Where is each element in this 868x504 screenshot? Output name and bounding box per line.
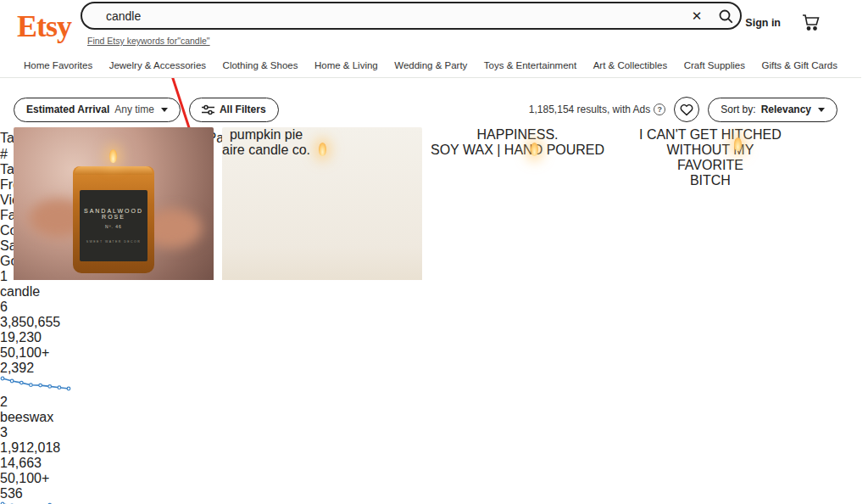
nav-toys[interactable]: Toys & Entertainment: [484, 60, 576, 70]
close-icon: ✕: [692, 8, 703, 24]
search-icon: [718, 8, 733, 24]
ads-help-icon[interactable]: ?: [654, 104, 665, 115]
search-bar: ✕: [81, 2, 742, 30]
row-number: 2: [0, 395, 868, 410]
nav-jewelry[interactable]: Jewelry & Accessories: [109, 60, 206, 70]
favorites-value: 14,663: [0, 456, 868, 471]
candle-label-brand: aire candle co.: [222, 143, 310, 158]
candle-label-brand: SWEET WATER DECOR: [80, 240, 147, 244]
frequency-value: 6: [0, 300, 868, 315]
views-value: 1,912,018: [0, 440, 868, 456]
tag-link[interactable]: candle: [0, 284, 40, 299]
sort-button[interactable]: Sort by: Relevancy: [708, 98, 837, 122]
cart-button[interactable]: [800, 12, 821, 35]
wood-table: [222, 260, 422, 280]
candle-label: HAPPINESS. SOY WAX | HAND POURED: [431, 127, 604, 158]
estimated-arrival-button[interactable]: Estimated Arrival Any time: [14, 98, 181, 122]
table-row: 1candle63,850,65519,23050,100+2,392: [0, 269, 868, 395]
cart-icon: [800, 12, 821, 32]
candle-label-line: WITHOUT MY: [639, 143, 782, 158]
tag-link[interactable]: beeswax: [0, 410, 53, 424]
flame: [531, 143, 538, 156]
chevron-down-icon: [818, 108, 825, 112]
candle-label-line: BITCH: [639, 173, 782, 188]
filter-sliders-icon: [202, 104, 214, 115]
search-button[interactable]: [711, 3, 740, 28]
candle-label-arc-text: I CAN'T GET HITCHED: [639, 127, 782, 143]
sales-value: 536: [0, 486, 868, 501]
candle-label: SANDALWOOD ROSE Nº. 46 SWEET WATER DECOR: [80, 190, 147, 261]
favorite-search-button[interactable]: [674, 97, 699, 122]
results-text: 1,185,154 results, with Ads: [529, 104, 650, 115]
product-card-happiness[interactable]: HAPPINESS. SOY WAX | HAND POURED: [431, 127, 631, 280]
heart-icon: [680, 104, 693, 116]
nav-gifts[interactable]: Gifts & Gift Cards: [761, 60, 837, 70]
product-card-sandalwood-rose[interactable]: SANDALWOOD ROSE Nº. 46 SWEET WATER DECOR: [14, 127, 214, 280]
estimated-arrival-value: Any time: [114, 104, 154, 115]
sort-by-value: Relevancy: [761, 104, 811, 115]
nav-wedding[interactable]: Wedding & Party: [394, 60, 467, 70]
nav-clothing[interactable]: Clothing & Shoes: [223, 60, 298, 70]
sales-value: 2,392: [0, 361, 868, 376]
candle-label-subtitle: SOY WAX | HAND POURED: [431, 143, 604, 158]
candle-label: pumpkin pie aire candle co.: [222, 127, 310, 158]
flame: [109, 149, 117, 163]
favorites-value: 19,230: [0, 330, 868, 345]
table-row: 2beeswax31,912,01814,66350,100+536: [0, 395, 868, 504]
candle-jar: SANDALWOOD ROSE Nº. 46 SWEET WATER DECOR: [73, 166, 154, 273]
candle-label-line: FAVORITE: [639, 158, 782, 173]
views-value: 3,850,655: [0, 315, 868, 330]
all-filters-button[interactable]: All Filters: [189, 98, 279, 122]
find-keywords-link[interactable]: Find Etsy keywords for"candle": [87, 36, 210, 46]
flame: [319, 143, 326, 156]
nav-home-living[interactable]: Home & Living: [314, 60, 378, 70]
flame: [734, 137, 742, 151]
competition-value: 50,100+: [0, 471, 868, 486]
competition-value: 50,100+: [0, 345, 868, 361]
frequency-value: 3: [0, 425, 868, 440]
candle-label-title: SANDALWOOD ROSE: [80, 208, 147, 220]
nav-art[interactable]: Art & Collectibles: [593, 60, 668, 70]
product-card-hitched[interactable]: I CAN'T GET HITCHED WITHOUT MY FAVORITE …: [639, 127, 839, 280]
sort-by-label: Sort by:: [721, 104, 755, 115]
product-card-pumpkin-pie[interactable]: pumpkin pie aire candle co.: [222, 127, 422, 280]
search-results-grid: SANDALWOOD ROSE Nº. 46 SWEET WATER DECOR…: [0, 127, 861, 280]
category-nav: Home Favorites Jewelry & Accessories Clo…: [0, 53, 861, 78]
search-input[interactable]: [82, 9, 682, 23]
candle-label-title: pumpkin pie: [222, 127, 310, 143]
nav-craft[interactable]: Craft Supplies: [684, 60, 745, 70]
candle-label-number: Nº. 46: [80, 224, 147, 229]
filter-bar: Estimated Arrival Any time All Filters 1…: [0, 92, 861, 127]
results-count: 1,185,154 results, with Ads ?: [529, 104, 665, 115]
estimated-arrival-label: Estimated Arrival: [26, 104, 109, 115]
chevron-down-icon: [161, 108, 168, 112]
all-filters-label: All Filters: [220, 104, 266, 115]
table-body: 1candle63,850,65519,23050,100+2,3922bees…: [0, 269, 868, 504]
google-trends-sparkline: [0, 379, 71, 394]
clear-search-button[interactable]: ✕: [682, 3, 711, 28]
candle-label: I CAN'T GET HITCHED WITHOUT MY FAVORITE …: [639, 127, 782, 188]
sign-in-link[interactable]: Sign in: [745, 17, 781, 29]
candle-label-title: HAPPINESS.: [431, 127, 604, 143]
nav-home-favorites[interactable]: Home Favorites: [24, 60, 92, 70]
etsy-logo[interactable]: Etsy: [17, 8, 71, 44]
top-header: Etsy ✕ Find Etsy keywords for"candle" Si…: [0, 0, 861, 53]
